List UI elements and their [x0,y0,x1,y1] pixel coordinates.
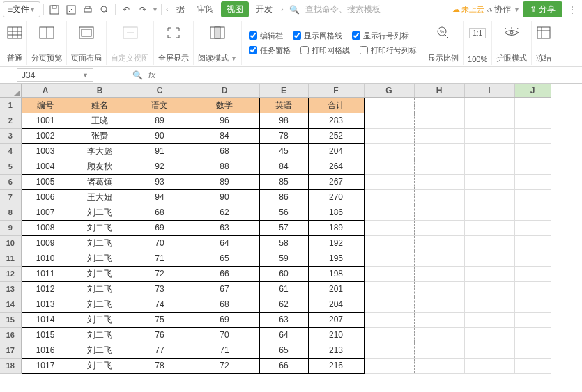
cell[interactable] [464,128,514,143]
cell[interactable]: 94 [130,189,190,205]
cell[interactable] [514,189,551,205]
row-head[interactable]: 4 [0,143,21,159]
table-header[interactable]: 姓名 [70,97,130,113]
cell[interactable] [414,97,464,113]
cell[interactable] [414,312,464,327]
view-page-layout[interactable]: 页面布局 [67,21,107,65]
row-head[interactable]: 13 [0,281,21,297]
cell[interactable]: 刘二飞 [70,251,130,266]
cell[interactable]: 61 [259,281,308,297]
cell[interactable]: 68 [190,297,259,312]
cell[interactable]: 45 [259,143,308,159]
table-header[interactable]: 语文 [130,97,190,113]
cell[interactable]: 59 [259,251,308,266]
row-head[interactable]: 6 [0,174,21,189]
cell[interactable] [514,159,551,174]
cell[interactable]: 75 [130,312,190,327]
col-head-D[interactable]: D [190,84,259,97]
cell[interactable] [364,220,414,235]
cell[interactable] [514,251,551,266]
cell[interactable]: 张费 [70,128,130,143]
cell[interactable]: 69 [190,312,259,327]
cell[interactable]: 72 [130,266,190,281]
cb-editbar[interactable]: 编辑栏 [249,31,283,41]
cell[interactable]: 73 [130,281,190,297]
cell[interactable] [414,343,464,358]
col-head-E[interactable]: E [259,84,308,97]
col-head-C[interactable]: C [130,84,190,97]
cell[interactable] [414,281,464,297]
cell[interactable]: 86 [259,189,308,205]
cell[interactable]: 98 [259,113,308,128]
spreadsheet[interactable]: ABCDEFGHIJ1编号姓名语文数学英语合计21001王晓8996982833… [0,84,582,392]
cb-printrowcol[interactable]: 打印行号列标 [360,45,417,56]
cell[interactable] [364,343,414,358]
cell[interactable]: 刘二飞 [70,343,130,358]
cell[interactable] [364,205,414,220]
cell[interactable] [364,327,414,343]
table-header[interactable]: 编号 [21,97,70,113]
row-head[interactable]: 11 [0,251,21,266]
cell[interactable]: 1013 [21,297,70,312]
cell[interactable]: 1010 [21,251,70,266]
view-fullscreen[interactable]: 全屏显示 [154,21,194,65]
cell[interactable] [464,220,514,235]
cell[interactable]: 96 [190,113,259,128]
cell[interactable] [414,205,464,220]
cell[interactable]: 63 [259,312,308,327]
cell[interactable]: 89 [190,174,259,189]
cell[interactable] [464,205,514,220]
cell[interactable]: 58 [259,235,308,251]
cell[interactable] [364,235,414,251]
cell[interactable]: 90 [130,128,190,143]
cell[interactable]: 刘二飞 [70,312,130,327]
cell[interactable]: 1009 [21,235,70,251]
cell[interactable]: 70 [130,235,190,251]
cell[interactable]: 1014 [21,312,70,327]
cell[interactable]: 1017 [21,358,70,373]
cell[interactable]: 204 [308,143,364,159]
cell[interactable] [364,97,414,113]
tab-data[interactable]: 据 [171,1,190,17]
cell[interactable] [464,143,514,159]
cb-showrowcol[interactable]: 显示行号列标 [352,31,409,41]
cell[interactable] [464,327,514,343]
more-icon[interactable]: ⋮ [568,5,576,15]
cell[interactable]: 72 [190,358,259,373]
cell[interactable]: 66 [190,266,259,281]
cell[interactable] [364,143,414,159]
cell[interactable] [414,251,464,266]
row-head[interactable]: 18 [0,358,21,373]
cell[interactable] [464,312,514,327]
cell[interactable]: 刘二飞 [70,281,130,297]
row-head[interactable]: 16 [0,327,21,343]
select-all-corner[interactable] [0,84,21,97]
cell[interactable]: 213 [308,343,364,358]
cell[interactable] [414,143,464,159]
search-icon[interactable]: 🔍 [132,70,143,80]
cell[interactable]: 74 [130,297,190,312]
cell[interactable]: 78 [259,128,308,143]
view-page-preview[interactable]: 分页预览 [27,21,67,65]
col-head-I[interactable]: I [464,84,514,97]
table-header[interactable]: 英语 [259,97,308,113]
cell[interactable]: 264 [308,159,364,174]
cell[interactable]: 207 [308,312,364,327]
row-head[interactable]: 10 [0,235,21,251]
row-head[interactable]: 15 [0,312,21,327]
file-menu[interactable]: ≡ 文件 ▾ [3,1,40,17]
cell[interactable] [414,174,464,189]
col-head-F[interactable]: F [308,84,364,97]
cell[interactable] [514,343,551,358]
cell[interactable]: 89 [130,113,190,128]
cloud-status[interactable]: ☁ 未上云 [452,4,484,15]
chevron-left-icon[interactable]: ‹ [164,6,169,13]
view-reading[interactable]: 阅读模式 ▾ [194,21,242,65]
row-head[interactable]: 9 [0,220,21,235]
cell[interactable] [414,358,464,373]
cell[interactable] [364,128,414,143]
cell[interactable]: 1002 [21,128,70,143]
cell[interactable]: 刘二飞 [70,297,130,312]
fx-icon[interactable]: fx [148,70,155,80]
cell[interactable] [364,113,414,128]
